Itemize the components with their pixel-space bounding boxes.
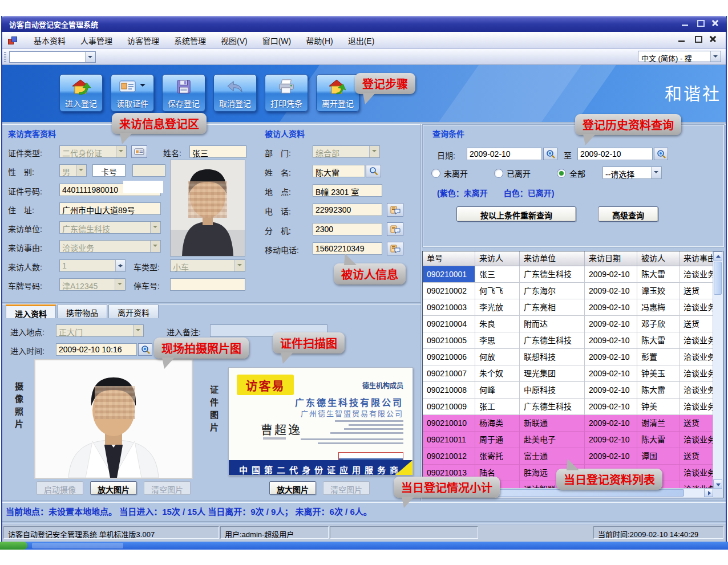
grid-cell[interactable]: 送货 [680,316,713,332]
toolbar-button-取消登记[interactable]: 取消登记 [213,74,257,112]
grid-cell[interactable]: 陈大雷 [637,382,680,399]
grid-cell[interactable]: 090210004 [423,316,475,332]
radio-icon[interactable] [557,169,566,178]
grid-cell[interactable]: 2009-02-10 [585,332,637,349]
language-combo[interactable]: 中文 (简体) - 搜 [638,51,721,62]
grid-column-header[interactable]: 来访事由 [680,251,713,266]
mdi-restore-icon[interactable] [692,34,703,44]
grid-cell[interactable]: 2009-02-10 [585,432,637,448]
vertical-scrollbar[interactable] [713,251,723,489]
grid-cell[interactable]: 富士通 [520,448,585,465]
grid-row[interactable]: 090210001张三广东德生科技2009-02-10陈大雷洽谈业务 [423,266,713,283]
grid-cell[interactable]: 2009-02-10 [585,399,637,415]
search-person-button[interactable] [366,165,381,177]
scroll-up-icon[interactable] [713,251,722,261]
menu-item[interactable]: 系统管理 [167,32,213,48]
grid-cell[interactable]: 陈大雷 [637,266,680,283]
grid-cell[interactable]: 赴美电子 [520,432,585,448]
date-from-field[interactable]: 2009-02-10 [467,148,542,160]
grid-cell[interactable]: 朱良 [475,316,520,332]
grid-cell[interactable]: 2009-02-10 [585,299,637,316]
ext-field[interactable]: 2300 [313,223,382,235]
grid-cell[interactable]: 090210006 [423,349,475,365]
menu-item[interactable]: 视图(V) [213,32,255,48]
grid-cell[interactable]: 张寄托 [475,448,520,465]
grid-cell[interactable]: 2009-02-10 [585,316,637,332]
mdi-close-icon[interactable] [707,34,719,44]
grid-cell[interactable]: 陈大雷 [637,332,680,349]
grid-cell[interactable]: 广东亮相 [520,299,585,316]
grid-column-header[interactable]: 单号 [423,251,475,266]
location-field[interactable]: B幢 2301 室 [313,184,382,197]
toolbar-button-读取证件[interactable]: 读取证件 [111,74,154,112]
grid-cell[interactable]: 洽谈业务 [680,266,713,283]
requery-button[interactable]: 按以上条件重新查询 [456,206,576,222]
grid-cell[interactable]: 090210002 [423,283,475,299]
grid-cell[interactable]: 广东德生科技 [520,399,585,415]
grid-cell[interactable]: 冯惠梅 [637,299,680,316]
chevron-down-icon[interactable] [710,51,721,62]
grid-cell[interactable]: 2009-02-10 [585,382,637,399]
menu-item[interactable]: 基本资料 [26,32,73,48]
grid-cell[interactable]: 2009-02-10 [585,415,637,432]
grid-cell[interactable]: 2009-02-10 [585,266,637,283]
grid-row[interactable]: 090210005李思广东德生科技2009-02-10陈大雷洽谈业务 [423,332,713,349]
date-to-picker-button[interactable] [654,148,668,160]
grid-cell[interactable]: 洽谈业务 [680,365,713,382]
read-card-mini-button[interactable] [131,145,147,158]
grid-cell[interactable]: 彭置 [637,349,680,365]
grid-cell[interactable]: 邓子欣 [637,316,680,332]
restore-icon[interactable] [694,18,706,28]
tab-携带物品[interactable]: 携带物品 [57,304,107,318]
grid-cell[interactable]: 谭国 [637,448,680,465]
grid-cell[interactable]: 钟美 [637,399,680,415]
scroll-right-icon[interactable] [704,489,713,497]
notify-phone-button[interactable] [387,203,403,217]
interviewee-name-field[interactable]: 陈大雷 [313,165,365,177]
grid-cell[interactable]: 理光集团 [520,365,585,382]
tab-进入资料[interactable]: 进入资料 [6,304,56,318]
radio-全部[interactable]: 全部 [557,168,585,179]
grid-cell[interactable]: 090210007 [423,365,475,382]
notify-ext-button[interactable] [387,222,403,236]
grid-cell[interactable]: 洽谈业务 [680,382,713,399]
status-filter-combo[interactable]: --请选择 [602,166,662,179]
grid-row[interactable]: 090210008何峰中原科技2009-02-10陈大雷洽谈业务 [423,382,713,399]
grid-cell[interactable]: 联想科技 [520,349,585,365]
radio-icon[interactable] [431,169,440,178]
grid-cell[interactable]: 广东德生科技 [520,332,585,349]
title-bar[interactable]: 访客自动登记安全管理系统 [1,16,727,32]
grid-cell[interactable]: 090210005 [423,332,475,349]
grid-cell[interactable]: 2009-02-10 [585,349,637,365]
grid-row[interactable]: 090210011周于通赴美电子2009-02-10陈大雷洽谈业务 [423,432,713,448]
menu-item[interactable]: 人事管理 [73,32,120,48]
grid-cell[interactable]: 附而达 [520,316,585,332]
toolbar-button-保存登记[interactable]: 保存登记 [162,74,205,112]
radio-icon[interactable] [494,169,503,178]
grid-cell[interactable]: 李思 [475,332,520,349]
toolbar-grip[interactable] [4,52,6,62]
grid-cell[interactable]: 090210009 [423,399,475,415]
放大图片-button[interactable]: 放大图片 [269,481,316,495]
start-button[interactable] [0,542,27,550]
toolbar-button-离开登记[interactable]: 离开登记 [316,74,359,112]
grid-row[interactable]: 090210009张工广东德生科技2009-02-10钟美洽谈业务 [423,399,713,415]
grid-row[interactable]: 090210007朱个奴理光集团2009-02-10钟美玉洽谈业务 [423,365,713,382]
grid-column-header[interactable]: 被访人 [637,251,680,266]
mobile-field[interactable]: 15602210349 [313,242,382,255]
grid-cell[interactable]: 090210012 [423,448,475,465]
notify-mobile-button[interactable] [387,242,403,255]
grid-cell[interactable]: 钟美玉 [637,365,680,382]
grid-cell[interactable]: 广东海尔 [520,283,585,299]
grid-cell[interactable]: 新联通 [520,415,585,432]
advanced-query-button[interactable]: 高级查询 [598,206,658,222]
menu-item[interactable]: 帮助(H) [298,32,340,48]
menu-item[interactable]: 退出(E) [341,32,382,48]
windows-taskbar[interactable] [0,542,728,550]
mdi-minimize-icon[interactable] [676,34,687,44]
toolbar-button-进入登记[interactable]: 进入登记 [59,74,103,112]
grid-row[interactable]: 090210004朱良附而达2009-02-10邓子欣送货 [423,316,713,332]
entry-time-picker-button[interactable] [138,343,152,356]
entry-time-field[interactable]: 2009-02-10 10:16 [56,343,137,356]
grid-row[interactable]: 090210002何飞飞广东海尔2009-02-10谭玉姣送货 [423,283,713,299]
